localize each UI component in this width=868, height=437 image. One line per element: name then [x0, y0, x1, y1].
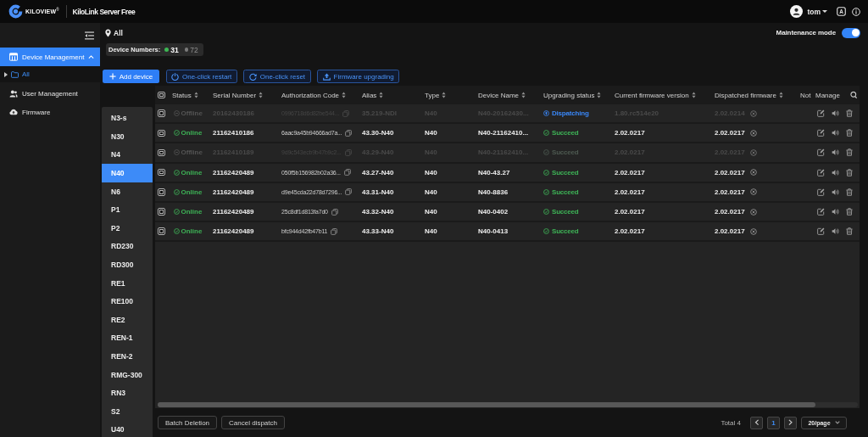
delete-icon[interactable]	[846, 188, 853, 196]
page-number-button[interactable]: 1	[767, 417, 780, 429]
speaker-icon[interactable]	[832, 227, 839, 235]
delete-icon[interactable]	[846, 227, 853, 235]
edit-icon[interactable]	[817, 208, 825, 216]
speaker-icon[interactable]	[832, 188, 839, 196]
add-device-button[interactable]: Add device	[103, 70, 159, 83]
row-checkbox[interactable]	[158, 130, 165, 137]
model-item-RD300[interactable]: RD300	[102, 255, 153, 274]
edit-icon[interactable]	[817, 188, 825, 196]
sort-icon[interactable]	[342, 92, 346, 98]
firmware-upgrading-button[interactable]: Firmware upgrading	[317, 70, 399, 83]
model-item-RN3[interactable]: RN3	[102, 384, 153, 402]
cancel-dispatch-icon[interactable]	[750, 209, 757, 216]
copy-icon[interactable]	[345, 149, 352, 156]
model-item-REN-1[interactable]: REN-1	[102, 329, 153, 348]
scrollbar-thumb[interactable]	[158, 402, 815, 407]
copy-icon[interactable]	[344, 169, 351, 176]
cancel-dispatch-icon[interactable]	[750, 188, 757, 195]
column-header-auth[interactable]: Authorization Code	[281, 92, 362, 99]
batch-deletion-button[interactable]: Batch Deletion	[158, 416, 217, 429]
model-item-P1[interactable]: P1	[102, 200, 153, 219]
caret-right-icon[interactable]	[4, 72, 8, 77]
model-item-RE100[interactable]: RE100	[102, 292, 153, 311]
copy-icon[interactable]	[345, 130, 352, 137]
cancel-dispatch-icon[interactable]	[750, 130, 757, 137]
row-checkbox[interactable]	[158, 169, 165, 176]
model-item-N30[interactable]: N30	[102, 127, 153, 146]
edit-icon[interactable]	[817, 148, 825, 156]
user-caret-down-icon[interactable]	[822, 10, 827, 13]
one-click-reset-button[interactable]: One-click reset	[243, 70, 310, 83]
prev-page-button[interactable]	[750, 417, 763, 429]
cancel-dispatch-icon[interactable]	[750, 110, 757, 117]
copy-icon[interactable]	[331, 228, 337, 235]
column-header-alias[interactable]: Alias	[362, 92, 425, 99]
sort-icon[interactable]	[442, 92, 446, 98]
sort-icon[interactable]	[259, 92, 263, 98]
edit-icon[interactable]	[817, 109, 825, 117]
cancel-dispatch-icon[interactable]	[750, 149, 757, 156]
sort-icon[interactable]	[379, 92, 383, 98]
copy-icon[interactable]	[345, 188, 352, 195]
sidebar-item-firmware[interactable]: Firmware	[0, 103, 100, 121]
speaker-icon[interactable]	[832, 169, 839, 176]
page-size-select[interactable]: 20/page	[801, 417, 847, 429]
edit-icon[interactable]	[817, 227, 825, 235]
delete-icon[interactable]	[846, 129, 853, 137]
sidebar-item-user-management[interactable]: User Management	[0, 84, 100, 103]
speaker-icon[interactable]	[832, 109, 839, 117]
maintenance-toggle[interactable]	[842, 28, 860, 38]
column-header-current[interactable]: Current firmware version	[615, 92, 715, 99]
column-header-status[interactable]: Status	[172, 92, 213, 99]
model-item-N40[interactable]: N40	[102, 164, 153, 182]
cancel-dispatch-icon[interactable]	[750, 169, 757, 176]
speaker-icon[interactable]	[832, 129, 839, 137]
sidebar-item-device-management[interactable]: Device Management	[0, 48, 100, 66]
cancel-dispatch-icon[interactable]	[750, 228, 757, 235]
delete-icon[interactable]	[846, 148, 853, 156]
column-header-upgrading[interactable]: Upgrading status	[543, 92, 615, 99]
user-avatar[interactable]	[790, 5, 804, 19]
sort-icon[interactable]	[194, 92, 198, 98]
model-item-U40[interactable]: U40	[102, 421, 153, 437]
model-item-RD230[interactable]: RD230	[102, 238, 153, 256]
column-header-name[interactable]: Device Name	[478, 92, 543, 99]
cancel-dispatch-button[interactable]: Cancel dispatch	[221, 416, 285, 429]
row-checkbox[interactable]	[158, 109, 165, 117]
search-icon[interactable]	[850, 92, 858, 99]
edit-icon[interactable]	[817, 129, 825, 137]
speaker-icon[interactable]	[832, 208, 839, 216]
column-header-type[interactable]: Type	[425, 92, 478, 99]
info-icon[interactable]	[852, 8, 860, 16]
model-item-N4[interactable]: N4	[102, 146, 153, 165]
sort-icon[interactable]	[692, 92, 696, 98]
sidebar-item-all[interactable]: All	[0, 66, 100, 82]
copy-icon[interactable]	[331, 209, 338, 216]
row-checkbox[interactable]	[158, 227, 165, 235]
copy-icon[interactable]	[342, 110, 349, 117]
model-item-RE1[interactable]: RE1	[102, 274, 153, 293]
model-item-N6[interactable]: N6	[102, 182, 153, 201]
model-item-S2[interactable]: S2	[102, 402, 153, 421]
column-header-manage[interactable]: Manage	[815, 92, 860, 99]
language-icon[interactable]: A	[837, 7, 846, 16]
speaker-icon[interactable]	[832, 148, 839, 156]
row-checkbox[interactable]	[158, 208, 165, 216]
model-item-RE2[interactable]: RE2	[102, 311, 153, 329]
sort-icon[interactable]	[597, 92, 601, 98]
row-checkbox[interactable]	[158, 149, 165, 157]
model-item-P2[interactable]: P2	[102, 219, 153, 238]
column-header-serial[interactable]: Serial Number	[213, 92, 281, 99]
model-item-RMG-300[interactable]: RMG-300	[102, 366, 153, 384]
sort-icon[interactable]	[521, 92, 526, 98]
edit-icon[interactable]	[817, 169, 825, 176]
delete-icon[interactable]	[846, 109, 853, 117]
row-checkbox[interactable]	[158, 188, 165, 196]
next-page-button[interactable]	[784, 417, 797, 429]
column-header-note[interactable]: Not	[800, 92, 815, 99]
delete-icon[interactable]	[846, 208, 853, 216]
select-all-checkbox[interactable]	[158, 92, 165, 99]
user-name[interactable]: tom	[807, 8, 821, 16]
model-item-N3-s[interactable]: N3-s	[102, 109, 153, 128]
delete-icon[interactable]	[846, 169, 853, 176]
